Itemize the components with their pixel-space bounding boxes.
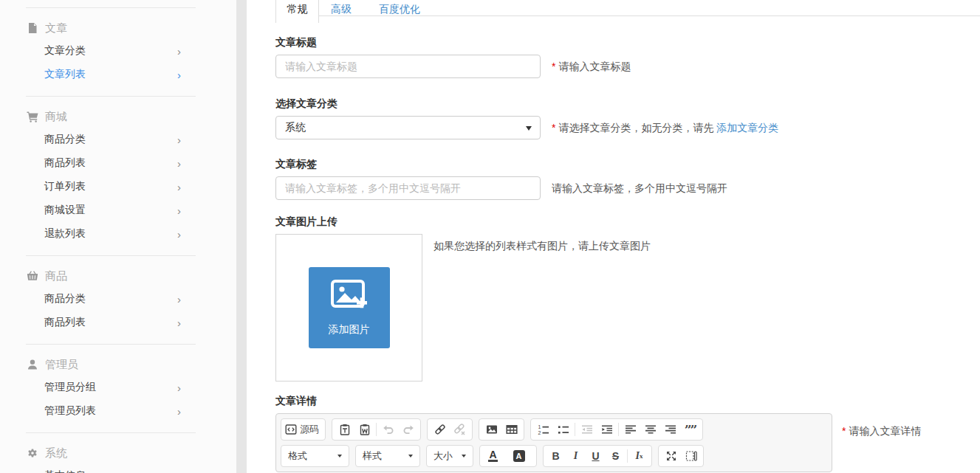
paste-plain-text-icon[interactable] <box>335 420 354 439</box>
toolbar-separator <box>618 423 619 436</box>
chevron-right-icon: › <box>177 404 181 419</box>
align-right-icon[interactable] <box>660 420 680 439</box>
sidebar-item-basic-info[interactable]: 基本信息 › <box>44 469 236 473</box>
caret-down-icon <box>408 455 413 458</box>
article-title-input[interactable] <box>275 55 541 78</box>
article-image-hint: 如果您选择的列表样式有图片，请上传文章图片 <box>434 234 651 252</box>
align-left-icon[interactable] <box>620 420 640 439</box>
sidebar-item-product-list[interactable]: 商品列表 › <box>44 316 236 331</box>
article-category-label: 选择文章分类 <box>275 98 980 109</box>
background-color-icon[interactable]: A <box>507 446 534 466</box>
toolbar-separator <box>575 423 575 436</box>
article-title-row: *请输入文章标题 <box>275 55 980 78</box>
sidebar-divider <box>26 96 196 97</box>
outdent-icon[interactable] <box>577 420 597 439</box>
bulleted-list-icon[interactable] <box>553 420 573 439</box>
image-icon[interactable] <box>482 420 501 439</box>
italic-icon[interactable]: I <box>566 446 586 466</box>
chevron-right-icon: › <box>177 292 181 307</box>
toolbar-separator <box>627 449 628 463</box>
source-icon[interactable] <box>284 420 298 439</box>
blockquote-icon[interactable]: ”” <box>680 420 700 439</box>
gear-icon <box>27 447 38 459</box>
chevron-right-icon: › <box>177 44 181 59</box>
remove-format-icon[interactable]: Ix <box>629 446 649 466</box>
sidebar-section-system-header: 系统 <box>27 446 236 460</box>
sidebar-item-admin-list[interactable]: 管理员列表 › <box>44 404 236 419</box>
show-blocks-icon[interactable] <box>681 446 701 466</box>
source-button-label[interactable]: 源码 <box>300 423 319 436</box>
size-dropdown[interactable]: 大小 <box>426 445 473 467</box>
sidebar-section-admin-header: 管理员 <box>27 357 236 372</box>
link-icon[interactable] <box>430 420 450 439</box>
format-dropdown[interactable]: 格式 <box>281 445 349 467</box>
image-upload-dropzone: 添加图片 <box>275 234 422 381</box>
sidebar-item-goods-list[interactable]: 商品列表 › <box>44 156 236 171</box>
chevron-right-icon: › <box>177 227 181 242</box>
editor-toolbar: 源码 <box>275 413 832 472</box>
unlink-icon[interactable] <box>450 420 470 439</box>
add-image-icon <box>330 279 369 316</box>
sidebar-item-mall-settings[interactable]: 商城设置 › <box>44 204 236 218</box>
required-asterisk: * <box>842 425 846 437</box>
rich-text-editor: 源码 <box>275 413 832 473</box>
redo-icon[interactable] <box>398 420 418 439</box>
maximize-icon[interactable] <box>661 446 681 466</box>
undo-icon[interactable] <box>378 420 398 439</box>
toolbar-group-basicstyles: B I U S Ix <box>543 445 652 467</box>
caret-down-icon <box>337 455 342 458</box>
sidebar-section-label: 系统 <box>45 446 67 460</box>
align-center-icon[interactable] <box>640 420 660 439</box>
tab-advanced[interactable]: 高级 <box>331 3 352 16</box>
required-asterisk: * <box>552 122 555 134</box>
toolbar-separator <box>376 423 377 436</box>
sidebar-section-system: 系统 基本信息 › <box>0 446 236 473</box>
svg-text:2: 2 <box>538 430 541 435</box>
strikethrough-icon[interactable]: S <box>606 446 626 466</box>
sidebar-section-label: 商城 <box>45 110 67 124</box>
sidebar-item-goods-category[interactable]: 商品分类 › <box>44 133 236 148</box>
sidebar-item-admin-group[interactable]: 管理员分组 › <box>44 381 236 396</box>
chevron-right-icon: › <box>177 469 181 473</box>
chevron-right-icon: › <box>177 133 181 148</box>
styles-dropdown[interactable]: 样式 <box>355 445 420 467</box>
sidebar-item-order-list[interactable]: 订单列表 › <box>44 180 236 195</box>
sidebar-item-article-list[interactable]: 文章列表 › <box>44 68 236 83</box>
article-image-label: 文章图片上传 <box>275 216 980 227</box>
main-content: 常规 高级 百度优化 文章标题 *请输入文章标题 选择文章分类 系统 *请选择文… <box>247 0 980 473</box>
required-asterisk: * <box>552 61 555 72</box>
article-title-hint: *请输入文章标题 <box>552 55 631 73</box>
sidebar-item-product-category[interactable]: 商品分类 › <box>44 292 236 307</box>
add-image-button-label: 添加图片 <box>329 323 370 336</box>
indent-icon[interactable] <box>597 420 617 439</box>
underline-icon[interactable]: U <box>586 446 606 466</box>
sidebar-item-refund-list[interactable]: 退款列表 › <box>44 227 236 242</box>
sidebar-section-label: 文章 <box>45 21 67 35</box>
tab-general[interactable]: 常规 <box>275 0 319 23</box>
table-icon[interactable] <box>501 420 521 439</box>
tab-baidu-seo[interactable]: 百度优化 <box>379 3 420 16</box>
sidebar-section-admin: 管理员 管理员分组 › 管理员列表 › <box>0 357 236 432</box>
sidebar-item-article-category[interactable]: 文章分类 › <box>44 44 236 59</box>
article-category-select[interactable]: 系统 <box>275 116 541 139</box>
article-category-selected-value: 系统 <box>285 121 306 134</box>
paste-from-word-icon[interactable] <box>354 420 374 439</box>
article-tags-row: 请输入文章标签，多个用中文逗号隔开 <box>275 176 980 200</box>
sidebar-divider <box>26 7 196 8</box>
sidebar-section-product-header: 商品 <box>27 269 236 283</box>
add-image-button[interactable]: 添加图片 <box>309 267 390 348</box>
tab-bar: 常规 高级 百度优化 <box>275 0 980 24</box>
sidebar-scrollbar[interactable] <box>236 0 247 473</box>
bold-icon[interactable]: B <box>546 446 566 466</box>
basket-icon <box>27 270 38 282</box>
article-category-row: 系统 *请选择文章分类，如无分类，请先 添加文章分类 <box>275 116 980 139</box>
caret-down-icon <box>462 455 466 458</box>
sidebar-section-article: 文章 文章分类 › 文章列表 › <box>0 21 236 96</box>
user-icon <box>27 359 38 370</box>
text-color-icon[interactable]: A <box>482 446 507 466</box>
article-category-hint: *请选择文章分类，如无分类，请先 添加文章分类 <box>552 116 778 134</box>
article-tags-input[interactable] <box>275 176 541 200</box>
add-category-link[interactable]: 添加文章分类 <box>716 122 778 134</box>
sidebar-section-article-header: 文章 <box>27 21 236 35</box>
numbered-list-icon[interactable]: 12 <box>533 420 553 439</box>
